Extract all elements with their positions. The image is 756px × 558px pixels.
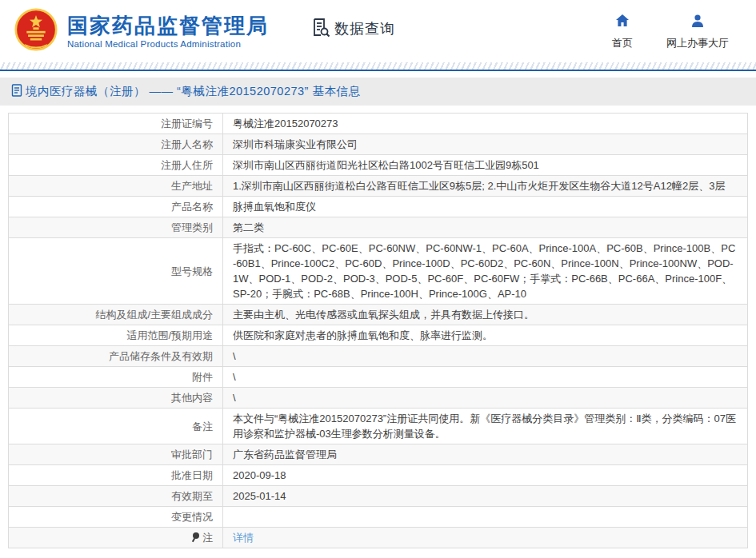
- table-row: 注详情: [9, 528, 748, 548]
- row-label: 注: [9, 528, 223, 548]
- row-label: 注册人住所: [9, 155, 223, 176]
- nav-home-label: 首页: [612, 36, 633, 50]
- row-label: 有效期至: [9, 486, 223, 507]
- row-label: 管理类别: [9, 217, 223, 238]
- breadcrumb-text: 境内医疗器械（注册） —— “粤械注准20152070273” 基本信息: [26, 84, 360, 99]
- row-value: \: [223, 388, 748, 409]
- row-value: \: [223, 367, 748, 388]
- row-value: 2020-09-18: [223, 465, 748, 486]
- row-value: 脉搏血氧饱和度仪: [223, 197, 748, 217]
- row-value: 深圳市科瑞康实业有限公司: [223, 134, 748, 155]
- table-row: 产品名称脉搏血氧饱和度仪: [9, 197, 748, 217]
- table-row: 审批部门广东省药品监督管理局: [9, 444, 748, 465]
- nav-service-hall[interactable]: 网上办事大厅: [666, 13, 729, 50]
- data-query-icon: [310, 17, 331, 41]
- detail-link[interactable]: 详情: [233, 532, 254, 544]
- data-query-section[interactable]: 数据查询: [310, 17, 395, 41]
- table-row: 产品储存条件及有效期\: [9, 346, 748, 367]
- table-row: 备注本文件与“粤械注准20152070273”注册证共同使用。新《医疗器械分类目…: [9, 409, 748, 444]
- row-value: \: [223, 346, 748, 367]
- data-query-label: 数据查询: [334, 19, 395, 38]
- nav-home[interactable]: 首页: [612, 13, 633, 50]
- table-row: 注册人住所深圳市南山区西丽街道阳光社区松白路1002号百旺信工业园9栋501: [9, 155, 748, 176]
- nav-service-hall-label: 网上办事大厅: [666, 36, 729, 50]
- table-row: 有效期至2025-01-14: [9, 486, 748, 507]
- row-label: 备注: [9, 409, 223, 444]
- row-value: [223, 507, 748, 528]
- table-row: 附件\: [9, 367, 748, 388]
- table-row: 变更情况: [9, 507, 748, 528]
- registration-info-table: 注册证编号粤械注准20152070273注册人名称深圳市科瑞康实业有限公司注册人…: [8, 113, 748, 548]
- row-value: 主要由主机、光电传感器或血氧探头组成，并具有数据上传接口。: [223, 305, 748, 325]
- row-value: 深圳市南山区西丽街道阳光社区松白路1002号百旺信工业园9栋501: [223, 155, 748, 176]
- person-icon: [690, 13, 706, 32]
- table-row: 型号规格手指式：PC-60C、PC-60E、PC-60NW、PC-60NW-1、…: [9, 238, 748, 305]
- row-value: 第二类: [223, 217, 748, 238]
- document-icon: [11, 84, 22, 100]
- row-label: 产品储存条件及有效期: [9, 346, 223, 367]
- national-emblem-icon: [14, 8, 58, 54]
- row-label: 变更情况: [9, 507, 223, 528]
- table-row: 适用范围/预期用途供医院和家庭对患者的脉搏血氧饱和度、脉率进行监测。: [9, 325, 748, 346]
- row-label: 注册证编号: [9, 114, 223, 134]
- table-row: 生产地址1.深圳市南山区西丽街道松白公路百旺信工业区9栋5层; 2.中山市火炬开…: [9, 176, 748, 197]
- row-label: 结构及组成/主要组成成分: [9, 305, 223, 325]
- table-row: 管理类别第二类: [9, 217, 748, 238]
- table-row: 结构及组成/主要组成成分主要由主机、光电传感器或血氧探头组成，并具有数据上传接口…: [9, 305, 748, 325]
- row-label: 生产地址: [9, 176, 223, 197]
- row-value: 本文件与“粤械注准20152070273”注册证共同使用。新《医疗器械分类目录》…: [223, 409, 748, 444]
- table-row: 其他内容\: [9, 388, 748, 409]
- row-label: 适用范围/预期用途: [9, 325, 223, 346]
- table-row: 批准日期2020-09-18: [9, 465, 748, 486]
- info-table-body: 注册证编号粤械注准20152070273注册人名称深圳市科瑞康实业有限公司注册人…: [9, 114, 748, 548]
- note-pin-icon: [192, 532, 200, 542]
- row-value: 手指式：PC-60C、PC-60E、PC-60NW、PC-60NW-1、PC-6…: [223, 238, 748, 305]
- row-label: 附件: [9, 367, 223, 388]
- site-title: 国家药品监督管理局: [67, 14, 269, 38]
- table-row: 注册证编号粤械注准20152070273: [9, 114, 748, 134]
- row-label: 审批部门: [9, 444, 223, 465]
- row-value: 广东省药品监督管理局: [223, 444, 748, 465]
- row-value: 粤械注准20152070273: [223, 114, 748, 134]
- row-label: 型号规格: [9, 238, 223, 305]
- row-label: 其他内容: [9, 388, 223, 409]
- row-value: 详情: [223, 528, 748, 548]
- row-label: 批准日期: [9, 465, 223, 486]
- page-header: 国家药品监督管理局 National Medical Products Admi…: [0, 0, 756, 62]
- table-row: 注册人名称深圳市科瑞康实业有限公司: [9, 134, 748, 155]
- breadcrumb: 境内医疗器械（注册） —— “粤械注准20152070273” 基本信息: [0, 78, 756, 106]
- row-value: 1.深圳市南山区西丽街道松白公路百旺信工业区9栋5层; 2.中山市火炬开发区生物…: [223, 176, 748, 197]
- nmpa-logo: 国家药品监督管理局 National Medical Products Admi…: [14, 8, 269, 54]
- striped-divider: [0, 62, 756, 71]
- row-value: 2025-01-14: [223, 486, 748, 507]
- row-label: 产品名称: [9, 197, 223, 217]
- row-value: 供医院和家庭对患者的脉搏血氧饱和度、脉率进行监测。: [223, 325, 748, 346]
- site-subtitle: National Medical Products Administration: [67, 39, 269, 49]
- top-nav: 首页 网上办事大厅: [612, 13, 738, 50]
- row-label: 注册人名称: [9, 134, 223, 155]
- home-icon: [614, 13, 630, 32]
